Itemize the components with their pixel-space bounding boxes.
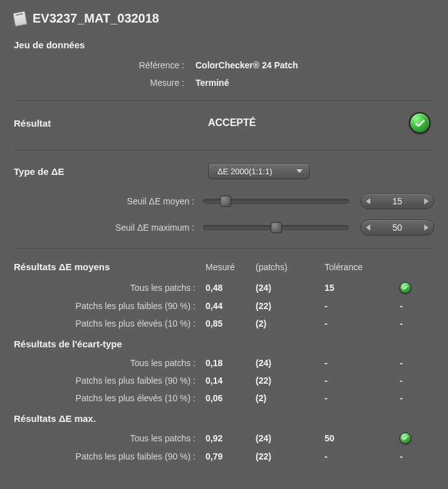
check-icon: [400, 433, 411, 444]
result-measure: 0,18: [206, 358, 256, 368]
result-status: -: [400, 358, 434, 368]
max-threshold-slider[interactable]: [203, 225, 349, 230]
result-status: [400, 433, 434, 444]
check-icon: [409, 112, 430, 134]
result-measure: 0,44: [206, 301, 256, 311]
result-patches: (24): [256, 433, 325, 443]
measure-value: Terminé: [195, 78, 229, 88]
divider: [14, 248, 434, 249]
delta-type-select[interactable]: ΔE 2000(1:1:1): [208, 163, 310, 179]
reference-label: Référence :: [14, 60, 195, 70]
result-row-label: Tous les patchs :: [14, 283, 206, 293]
result-tolerance: -: [325, 358, 400, 368]
result-row-label: Tous les patchs :: [14, 358, 206, 368]
result-tolerance: -: [325, 376, 400, 386]
result-measure: 0,92: [206, 433, 256, 443]
decrement-icon[interactable]: [366, 198, 370, 204]
result-row-label: Patchs les plus faibles (90 %) :: [14, 301, 206, 311]
result-patches: (2): [256, 393, 325, 403]
result-patches: (24): [256, 358, 325, 368]
check-icon: [400, 282, 411, 293]
result-status: -: [400, 301, 434, 311]
result-row-label: Patchs les plus élevés (10 %) :: [14, 318, 206, 329]
result-status: -: [400, 451, 434, 461]
result-measure: 0,85: [206, 318, 256, 329]
document-icon: [13, 11, 28, 26]
result-value: ACCEPTÉ: [208, 117, 409, 129]
status-dash: -: [400, 451, 403, 461]
result-row: Patchs les plus élevés (10 %) :0,06(2)--: [14, 389, 434, 407]
increment-icon[interactable]: [424, 198, 429, 204]
increment-icon[interactable]: [424, 224, 429, 231]
status-dash: -: [400, 393, 403, 403]
avg-threshold-value: 15: [370, 196, 424, 206]
status-dash: -: [400, 301, 403, 311]
avg-threshold-spinner[interactable]: 15: [360, 193, 434, 209]
delta-type-label: Type de ΔE: [14, 166, 208, 177]
avg-threshold-label: Seuil ΔE moyen :: [14, 196, 203, 206]
result-status: [400, 282, 434, 293]
header: EV3237_MAT_032018: [14, 11, 434, 26]
results-section-heading: Résultats ΔE max.: [14, 407, 434, 429]
column-tolerance: Tolérance: [325, 262, 400, 272]
slider-thumb[interactable]: [220, 196, 231, 207]
result-row-label: Patchs les plus faibles (90 %) :: [14, 451, 206, 461]
result-row-label: Patchs les plus élevés (10 %) :: [14, 393, 206, 403]
result-measure: 0,14: [206, 376, 256, 386]
result-tolerance: -: [325, 301, 400, 311]
result-patches: (22): [256, 301, 325, 311]
result-status: -: [400, 318, 434, 329]
column-measure: Mesuré: [206, 262, 256, 272]
column-patches: (patchs): [256, 262, 325, 272]
result-tolerance: 15: [325, 283, 400, 293]
status-dash: -: [400, 376, 403, 386]
reference-value: ColorChecker® 24 Patch: [195, 60, 298, 70]
divider: [14, 150, 434, 150]
result-row: Patchs les plus faibles (90 %) :0,44(22)…: [14, 297, 434, 315]
delta-type-selected: ΔE 2000(1:1:1): [217, 167, 272, 176]
page-title: EV3237_MAT_032018: [33, 11, 159, 26]
result-row: Tous les patchs :0,92(24)50: [14, 429, 434, 448]
result-row: Patchs les plus faibles (90 %) :0,14(22)…: [14, 372, 434, 389]
result-row: Tous les patchs :0,18(24)--: [14, 354, 434, 372]
results-section-heading: Résultats de l'écart-type: [14, 332, 434, 354]
dataset-heading: Jeu de données: [14, 39, 434, 50]
status-dash: -: [400, 318, 403, 329]
status-dash: -: [400, 358, 403, 368]
result-tolerance: -: [325, 393, 400, 403]
max-threshold-spinner[interactable]: 50: [360, 219, 434, 236]
chevron-down-icon: [296, 169, 303, 173]
result-row: Patchs les plus faibles (90 %) :0,79(22)…: [14, 448, 434, 465]
result-tolerance: -: [325, 318, 400, 329]
max-threshold-label: Seuil ΔE maximum :: [14, 223, 203, 233]
result-patches: (22): [256, 451, 325, 461]
divider: [14, 100, 434, 101]
result-status: -: [400, 393, 434, 403]
result-row: Tous les patchs :0,48(24)15: [14, 278, 434, 297]
result-row-label: Tous les patchs :: [14, 433, 206, 443]
result-patches: (2): [256, 318, 325, 329]
result-measure: 0,06: [206, 393, 256, 403]
measure-label: Mesure :: [14, 78, 195, 88]
result-measure: 0,48: [206, 283, 256, 293]
result-status: -: [400, 376, 434, 386]
max-threshold-value: 50: [370, 223, 424, 233]
result-row-label: Patchs les plus faibles (90 %) :: [14, 376, 206, 386]
result-patches: (24): [256, 283, 325, 293]
result-label: Résultat: [14, 118, 208, 129]
avg-threshold-slider[interactable]: [203, 199, 349, 204]
result-row: Patchs les plus élevés (10 %) :0,85(2)--: [14, 315, 434, 332]
result-tolerance: 50: [325, 433, 400, 443]
results-section-heading: Résultats ΔE moyens: [14, 261, 206, 272]
result-tolerance: -: [325, 451, 400, 461]
result-patches: (22): [256, 376, 325, 386]
slider-thumb[interactable]: [271, 222, 282, 233]
result-measure: 0,79: [206, 451, 256, 461]
decrement-icon[interactable]: [366, 224, 370, 231]
